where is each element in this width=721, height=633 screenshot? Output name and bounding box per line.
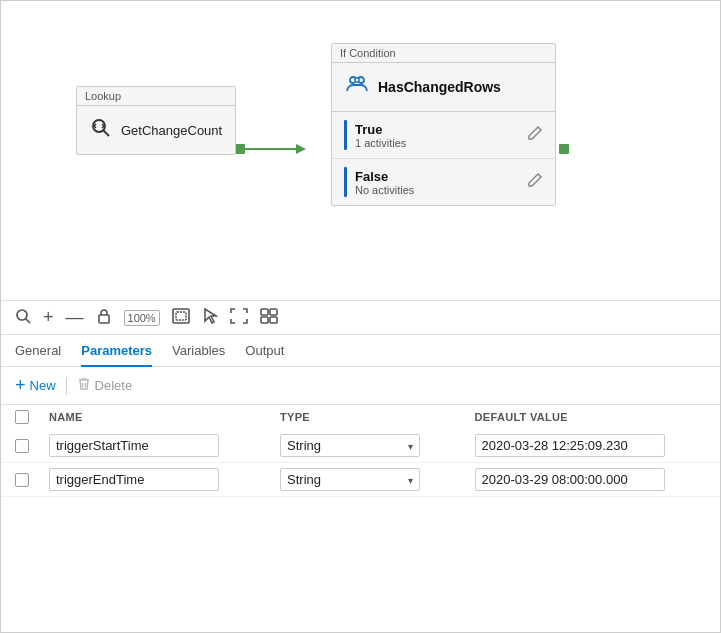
canvas-area: Lookup GetChangeCount If Condition — [1, 1, 720, 301]
branch-bar-true — [344, 120, 347, 150]
table-row: StringIntBooleanFloatArrayObject▾ — [1, 463, 720, 497]
action-bar: + New Delete — [1, 367, 720, 405]
tab-output[interactable]: Output — [245, 335, 284, 367]
delete-button[interactable]: Delete — [77, 377, 133, 394]
lookup-body: GetChangeCount — [77, 106, 235, 154]
svg-rect-11 — [99, 315, 109, 323]
branch-sub-true: 1 activities — [355, 137, 519, 149]
branch-bar-false — [344, 167, 347, 197]
tab-general[interactable]: General — [15, 335, 61, 367]
row-name-cell — [39, 429, 270, 463]
select-icon[interactable] — [202, 308, 218, 328]
toolbar: + — 100% — [1, 301, 720, 335]
svg-rect-2 — [235, 144, 245, 154]
row-check-cell — [1, 429, 39, 463]
action-separator — [66, 377, 67, 395]
if-branch-false[interactable]: False No activities — [332, 159, 555, 205]
name-input[interactable] — [49, 434, 219, 457]
svg-line-10 — [26, 319, 30, 323]
branch-label-false: False — [355, 169, 519, 184]
delete-label: Delete — [95, 378, 133, 393]
row-default-cell — [465, 463, 720, 497]
row-type-cell: StringIntBooleanFloatArrayObject▾ — [270, 463, 465, 497]
subtract-icon[interactable]: — — [66, 307, 84, 328]
row-check-cell — [1, 463, 39, 497]
name-input[interactable] — [49, 468, 219, 491]
svg-rect-15 — [261, 309, 268, 315]
table-header-row: NAME TYPE DEFAULT VALUE — [1, 405, 720, 429]
branch-label-true: True — [355, 122, 519, 137]
zoom-100-icon[interactable]: 100% — [124, 310, 160, 326]
new-label: New — [30, 378, 56, 393]
plus-icon: + — [15, 375, 26, 396]
expand-icon[interactable] — [230, 308, 248, 328]
params-table: NAME TYPE DEFAULT VALUE StringIntBoolean… — [1, 405, 720, 497]
svg-rect-3 — [559, 144, 569, 154]
svg-rect-17 — [261, 317, 268, 323]
fit-icon[interactable] — [172, 308, 190, 328]
svg-point-8 — [355, 78, 359, 82]
svg-point-9 — [17, 310, 27, 320]
branch-info-false: False No activities — [355, 169, 519, 196]
table-row: StringIntBooleanFloatArrayObject▾ — [1, 429, 720, 463]
new-button[interactable]: + New — [15, 375, 56, 396]
svg-rect-13 — [176, 312, 186, 320]
branch-sub-false: No activities — [355, 184, 519, 196]
svg-marker-14 — [205, 309, 216, 323]
add-icon[interactable]: + — [43, 307, 54, 328]
header-checkbox[interactable] — [15, 410, 29, 424]
type-select[interactable]: StringIntBooleanFloatArrayObject — [280, 434, 420, 457]
if-branch-true[interactable]: True 1 activities — [332, 112, 555, 159]
type-select[interactable]: StringIntBooleanFloatArrayObject — [280, 468, 420, 491]
th-type: TYPE — [270, 405, 465, 429]
row-default-cell — [465, 429, 720, 463]
tab-parameters[interactable]: Parameters — [81, 335, 152, 367]
branch-info-true: True 1 activities — [355, 122, 519, 149]
th-default: DEFAULT VALUE — [465, 405, 720, 429]
trash-icon — [77, 377, 91, 394]
params-table-container: NAME TYPE DEFAULT VALUE StringIntBoolean… — [1, 405, 720, 497]
tab-variables[interactable]: Variables — [172, 335, 225, 367]
lock-icon[interactable] — [96, 308, 112, 328]
lookup-header: Lookup — [77, 87, 235, 106]
node-lookup[interactable]: Lookup GetChangeCount — [76, 86, 236, 155]
branch-edit-false[interactable] — [527, 172, 543, 192]
default-value-input[interactable] — [475, 434, 665, 457]
if-icon — [344, 71, 370, 103]
tabs-row: General Parameters Variables Output — [1, 335, 720, 367]
row-name-cell — [39, 463, 270, 497]
branch-edit-true[interactable] — [527, 125, 543, 145]
svg-rect-16 — [270, 309, 277, 315]
search-icon[interactable] — [15, 308, 31, 328]
th-check — [1, 405, 39, 429]
svg-marker-1 — [296, 144, 306, 154]
svg-line-5 — [104, 131, 110, 137]
node-if[interactable]: If Condition HasChangedRows True 1 activ… — [331, 43, 556, 206]
if-title-row: HasChangedRows — [332, 63, 555, 112]
svg-rect-18 — [270, 317, 277, 323]
row-checkbox[interactable] — [15, 439, 29, 453]
row-checkbox[interactable] — [15, 473, 29, 487]
lookup-icon — [89, 116, 113, 144]
th-name: NAME — [39, 405, 270, 429]
lookup-label: GetChangeCount — [121, 123, 222, 138]
if-title: HasChangedRows — [378, 79, 501, 95]
layout-icon[interactable] — [260, 308, 278, 328]
row-type-cell: StringIntBooleanFloatArrayObject▾ — [270, 429, 465, 463]
default-value-input[interactable] — [475, 468, 665, 491]
if-header: If Condition — [332, 44, 555, 63]
